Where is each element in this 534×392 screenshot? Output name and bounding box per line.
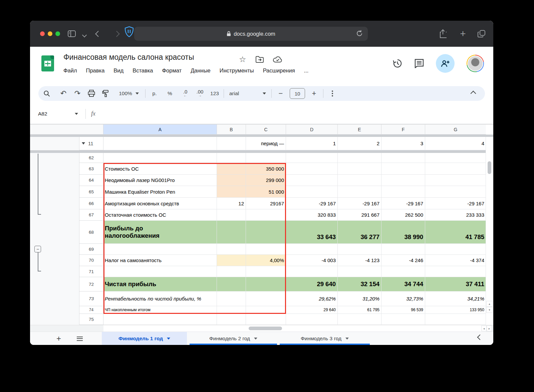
cell-B73[interactable] bbox=[217, 291, 246, 306]
cloud-saved-icon[interactable] bbox=[273, 56, 282, 63]
cell-B66[interactable]: 12 bbox=[217, 198, 246, 209]
tab-overview-icon[interactable] bbox=[477, 29, 487, 39]
cell-B74[interactable] bbox=[217, 306, 246, 314]
menu-view[interactable]: Вид bbox=[113, 67, 123, 74]
cell-F63[interactable] bbox=[381, 163, 425, 175]
cell-B64[interactable] bbox=[217, 175, 246, 186]
cell-B70[interactable] bbox=[217, 255, 246, 266]
cell-F69[interactable] bbox=[381, 244, 425, 255]
row-header-71[interactable]: 71 bbox=[79, 266, 103, 277]
cell-F74[interactable]: 96 539 bbox=[381, 306, 425, 314]
sheet-tab-finmodel-3[interactable]: Финмодель 3 год bbox=[280, 332, 370, 345]
grid-corner[interactable] bbox=[79, 125, 103, 135]
cell-G67[interactable]: 233 333 bbox=[425, 209, 486, 221]
cell-F64[interactable] bbox=[381, 175, 425, 186]
cell-E11[interactable]: 2 bbox=[338, 137, 381, 150]
cell-B67[interactable] bbox=[217, 209, 246, 221]
row-header-64[interactable]: 64 bbox=[79, 175, 103, 186]
cell-D72[interactable]: 29 640 bbox=[286, 277, 338, 291]
cell-D63[interactable] bbox=[286, 163, 338, 175]
cell-B65[interactable] bbox=[217, 186, 246, 198]
cell-E71[interactable] bbox=[338, 266, 381, 277]
row-header-72[interactable]: 72 bbox=[79, 277, 103, 291]
add-sheet-button[interactable]: + bbox=[54, 334, 63, 343]
cell-F62[interactable] bbox=[381, 153, 425, 163]
cell-C63[interactable]: 350 000 bbox=[246, 163, 286, 175]
horizontal-scrollbar-thumb[interactable] bbox=[249, 327, 282, 330]
cell-B68[interactable] bbox=[217, 221, 246, 244]
cell-C71[interactable] bbox=[246, 266, 286, 277]
redo-button[interactable]: ↷ bbox=[72, 88, 83, 99]
increase-decimals-button[interactable]: .00→ bbox=[194, 88, 206, 99]
menu-insert[interactable]: Вставка bbox=[132, 67, 153, 74]
scroll-down-button[interactable]: ▾ bbox=[486, 307, 493, 313]
cell-G64[interactable] bbox=[425, 175, 486, 186]
row-header-67[interactable]: 67 bbox=[79, 209, 103, 221]
cell-C65[interactable]: 51 000 bbox=[246, 186, 286, 198]
google-sheets-logo-icon[interactable] bbox=[41, 55, 54, 71]
share-button[interactable] bbox=[436, 54, 455, 73]
print-button[interactable] bbox=[86, 88, 97, 99]
name-box[interactable]: A82 bbox=[38, 111, 78, 117]
cell-F66[interactable]: -29 167 bbox=[381, 198, 425, 209]
cell-D11[interactable]: 1 bbox=[286, 137, 338, 150]
document-title[interactable]: Финансовая модель салона красоты bbox=[63, 53, 194, 62]
cell-A70[interactable]: Налог на самозанятость bbox=[103, 255, 217, 266]
account-avatar[interactable] bbox=[467, 55, 484, 72]
row-header-66[interactable]: 66 bbox=[79, 198, 103, 209]
cell-D67[interactable]: 320 833 bbox=[286, 209, 338, 221]
vertical-scrollbar-thumb[interactable] bbox=[488, 161, 491, 174]
cell-A65[interactable]: Машинка Equaliser Proton Pen bbox=[103, 186, 217, 198]
all-sheets-button[interactable] bbox=[75, 334, 84, 343]
zoom-select[interactable]: 100% bbox=[116, 88, 142, 99]
cell-C66[interactable]: 29167 bbox=[246, 198, 286, 209]
row-header-70[interactable]: 70 bbox=[79, 255, 103, 266]
scroll-left-button[interactable]: ◂ bbox=[481, 326, 487, 331]
search-icon[interactable] bbox=[41, 88, 52, 99]
column-header-f[interactable]: F bbox=[381, 125, 425, 135]
cell-E72[interactable]: 32 154 bbox=[338, 277, 381, 291]
cell-C74[interactable] bbox=[246, 306, 286, 314]
star-icon[interactable]: ☆ bbox=[239, 55, 246, 64]
more-toolbar-options-button[interactable] bbox=[327, 88, 338, 99]
cell-A68[interactable]: Прибыль до налогооблажения bbox=[103, 221, 217, 244]
increase-font-size-button[interactable]: + bbox=[308, 88, 320, 99]
cell-A71[interactable] bbox=[103, 266, 217, 277]
cell-G65[interactable] bbox=[425, 186, 486, 198]
cell-F65[interactable] bbox=[381, 186, 425, 198]
menu-more[interactable]: ... bbox=[304, 67, 309, 74]
new-tab-button[interactable]: + bbox=[458, 29, 468, 39]
cell-C73[interactable] bbox=[246, 291, 286, 306]
back-button[interactable] bbox=[92, 29, 102, 39]
column-header-a[interactable]: A bbox=[103, 125, 217, 135]
horizontal-scrollbar-track[interactable] bbox=[103, 325, 486, 332]
cell-B11[interactable] bbox=[217, 137, 246, 150]
font-size-input[interactable]: 10 bbox=[290, 88, 305, 99]
cell-G68[interactable]: 41 785 bbox=[425, 221, 486, 244]
scroll-right-button[interactable]: ▸ bbox=[487, 326, 492, 331]
cell-C70[interactable]: 4,00% bbox=[246, 255, 286, 266]
comments-icon[interactable] bbox=[415, 59, 424, 68]
cell-G11[interactable]: 4 bbox=[425, 137, 486, 150]
cell-G62[interactable] bbox=[425, 153, 486, 163]
sidebar-icon[interactable] bbox=[67, 29, 77, 39]
menu-extensions[interactable]: Расширения bbox=[263, 67, 295, 74]
share-page-icon[interactable] bbox=[438, 29, 448, 39]
cell-A72[interactable]: Чистая прибыль bbox=[103, 277, 217, 291]
cell-E69[interactable] bbox=[338, 244, 381, 255]
column-header-b[interactable]: B bbox=[217, 125, 246, 135]
collapse-rows-icon[interactable] bbox=[82, 142, 85, 145]
undo-button[interactable]: ↶ bbox=[58, 88, 69, 99]
cell-A11[interactable] bbox=[103, 137, 217, 150]
column-header-g[interactable]: G bbox=[425, 125, 486, 135]
menu-file[interactable]: Файл bbox=[63, 67, 77, 74]
move-to-folder-icon[interactable] bbox=[256, 56, 264, 63]
cell-F67[interactable]: 262 500 bbox=[381, 209, 425, 221]
cell-C67[interactable] bbox=[246, 209, 286, 221]
menu-format[interactable]: Формат bbox=[162, 67, 182, 74]
cell-G66[interactable]: -29 167 bbox=[425, 198, 486, 209]
menu-data[interactable]: Данные bbox=[191, 67, 211, 74]
cell-D69[interactable] bbox=[286, 244, 338, 255]
cell-D65[interactable] bbox=[286, 186, 338, 198]
cell-B72[interactable] bbox=[217, 277, 246, 291]
